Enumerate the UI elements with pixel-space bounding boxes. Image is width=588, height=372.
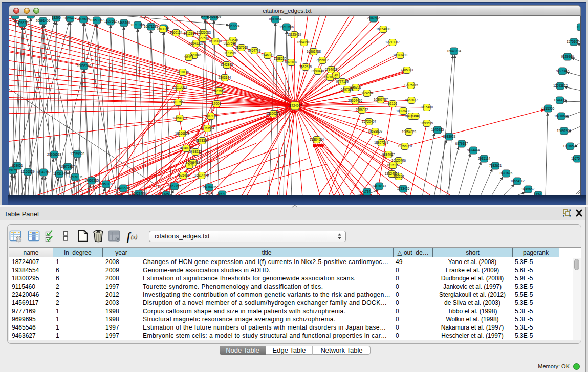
svg-text:8427552: 8427552	[213, 89, 226, 93]
svg-text:8471676: 8471676	[500, 171, 513, 175]
svg-text:18724007: 18724007	[288, 104, 302, 107]
svg-text:16914479: 16914479	[194, 173, 209, 177]
svg-text:16053809: 16053809	[207, 16, 222, 18]
svg-text:10975867: 10975867	[60, 165, 75, 168]
svg-text:12923446: 12923446	[132, 192, 146, 195]
svg-text:12093822: 12093822	[553, 84, 568, 87]
svg-text:6497568: 6497568	[341, 87, 354, 91]
svg-text:3673685: 3673685	[224, 51, 236, 55]
svg-text:3267110: 3267110	[205, 114, 217, 118]
svg-text:62160: 62160	[388, 102, 397, 105]
svg-text:16543382: 16543382	[189, 41, 204, 45]
svg-text:16640910: 16640910	[297, 40, 312, 44]
svg-text:20364436: 20364436	[348, 99, 363, 102]
svg-text:10654112: 10654112	[510, 179, 525, 183]
svg-text:(x): (x)	[131, 234, 138, 240]
svg-text:9474444: 9474444	[467, 148, 480, 152]
svg-text:7986322: 7986322	[356, 108, 368, 112]
svg-text:19384554: 19384554	[310, 138, 324, 141]
svg-text:7357224: 7357224	[227, 24, 240, 28]
svg-text:8454749: 8454749	[248, 49, 261, 52]
svg-text:9146821: 9146821	[262, 53, 274, 57]
svg-text:9777169: 9777169	[336, 80, 349, 83]
svg-text:20691406: 20691406	[36, 19, 51, 23]
svg-text:15226053: 15226053	[197, 31, 211, 34]
svg-text:9884067: 9884067	[382, 152, 395, 156]
svg-text:1167533: 1167533	[571, 157, 581, 160]
svg-text:8878334: 8878334	[196, 139, 209, 142]
svg-text:357: 357	[187, 163, 192, 167]
svg-text:9129966: 9129966	[561, 55, 574, 58]
svg-text:10807487: 10807487	[374, 98, 388, 101]
svg-text:9657791: 9657791	[168, 184, 181, 188]
svg-text:1733426: 1733426	[397, 187, 410, 190]
svg-text:19756928: 19756928	[398, 144, 412, 148]
svg-text:18295: 18295	[52, 16, 61, 19]
svg-text:8912954: 8912954	[184, 32, 197, 35]
svg-text:1527602: 1527602	[104, 19, 117, 23]
svg-text:12942757: 12942757	[36, 170, 51, 174]
svg-text:11156829: 11156829	[20, 170, 35, 173]
svg-text:6794028: 6794028	[325, 68, 338, 71]
svg-text:1734: 1734	[363, 190, 371, 193]
svg-text:9245652: 9245652	[522, 187, 535, 191]
svg-text:10973493: 10973493	[393, 53, 408, 57]
svg-text:7632621: 7632621	[489, 164, 502, 167]
svg-text:7663822: 7663822	[157, 27, 169, 31]
svg-text:17957255: 17957255	[84, 179, 99, 182]
svg-text:19654923: 19654923	[172, 116, 187, 120]
svg-text:9327500: 9327500	[197, 36, 209, 40]
svg-text:6466160: 6466160	[118, 21, 130, 25]
svg-text:10958107: 10958107	[99, 182, 114, 186]
svg-text:1145194: 1145194	[53, 172, 66, 176]
svg-text:10653267: 10653267	[90, 18, 104, 22]
svg-text:16046766: 16046766	[179, 146, 194, 150]
svg-text:1571: 1571	[219, 192, 226, 195]
svg-text:19166829: 19166829	[175, 132, 190, 135]
svg-text:14136141: 14136141	[372, 184, 387, 188]
svg-text:252254: 252254	[393, 174, 404, 178]
svg-text:16961758: 16961758	[307, 50, 321, 53]
svg-text:11325419: 11325419	[287, 33, 301, 36]
svg-text:12975115: 12975115	[404, 83, 418, 87]
svg-text:19218506: 19218506	[279, 25, 294, 29]
svg-text:15720407: 15720407	[362, 120, 377, 123]
svg-text:10688609: 10688609	[368, 129, 383, 133]
svg-text:8938923: 8938923	[443, 135, 456, 138]
svg-text:5498222: 5498222	[189, 150, 202, 154]
svg-text:98961: 98961	[184, 55, 193, 59]
svg-text:9699695: 9699695	[421, 121, 433, 125]
svg-text:9160124: 9160124	[170, 31, 183, 34]
svg-text:8813054: 8813054	[269, 17, 282, 21]
svg-text:965: 965	[164, 193, 169, 195]
svg-text:3824554: 3824554	[361, 91, 374, 95]
svg-text:16154808: 16154808	[376, 27, 391, 31]
svg-text:45: 45	[334, 73, 338, 77]
svg-text:6879197: 6879197	[455, 142, 468, 145]
svg-text:12505135: 12505135	[68, 175, 83, 179]
svg-text:20053546: 20053546	[77, 64, 92, 68]
svg-text:1588520: 1588520	[274, 57, 287, 60]
svg-text:2718176: 2718176	[177, 70, 189, 74]
svg-text:8215955: 8215955	[542, 106, 555, 110]
svg-text:12213967: 12213967	[385, 40, 400, 44]
svg-text:39159: 39159	[9, 168, 17, 172]
svg-text:11353594: 11353594	[200, 126, 214, 130]
svg-text:11171: 11171	[577, 25, 581, 29]
svg-text:2803144: 2803144	[219, 76, 231, 79]
svg-text:2095605: 2095605	[77, 17, 90, 21]
svg-text:2087682: 2087682	[367, 16, 380, 20]
svg-text:16210643: 16210643	[554, 114, 569, 118]
svg-text:2867608: 2867608	[235, 46, 248, 49]
svg-text:10025433: 10025433	[396, 109, 411, 113]
svg-text:1615132: 1615132	[387, 163, 400, 167]
svg-text:15300275: 15300275	[266, 112, 281, 115]
svg-text:6322037: 6322037	[285, 60, 298, 64]
svg-text:9242848: 9242848	[221, 63, 233, 67]
svg-text:9463627: 9463627	[405, 98, 418, 102]
svg-text:7955812: 7955812	[316, 58, 329, 62]
svg-text:19654923: 19654923	[402, 130, 417, 134]
svg-text:16107552: 16107552	[171, 100, 186, 104]
svg-text:7485003: 7485003	[401, 68, 413, 72]
svg-text:1244419: 1244419	[554, 98, 567, 102]
